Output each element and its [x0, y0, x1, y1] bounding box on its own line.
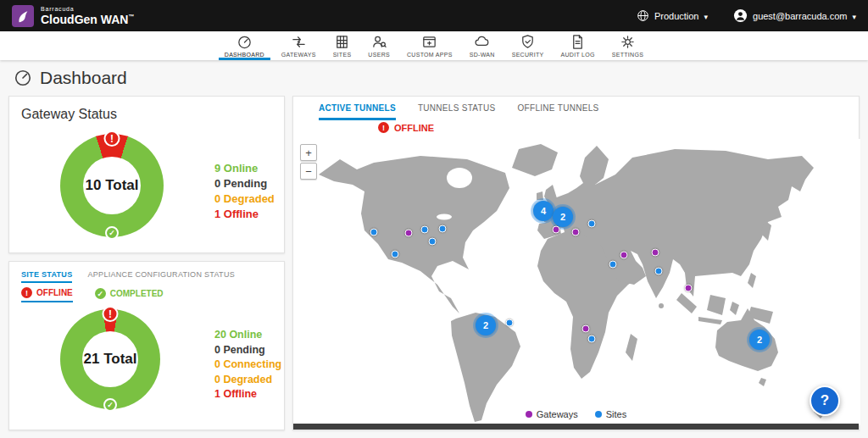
nav-item-sd-wan[interactable]: SD-WAN [464, 31, 501, 60]
map-cluster-marker[interactable]: 2 [553, 207, 573, 227]
legend-offline: 1 Offline [214, 207, 275, 222]
map-zoom-control: + − [300, 144, 317, 180]
topbar: Barracuda CloudGen WAN™ Production guest… [0, 0, 868, 31]
security-shield-icon [520, 34, 536, 50]
zoom-in-button[interactable]: + [300, 144, 317, 161]
gateway-status-title: Gateway Status [21, 107, 117, 122]
chevron-down-icon [704, 11, 708, 21]
nav-label: SECURITY [512, 52, 544, 58]
nav-item-settings[interactable]: SETTINGS [606, 31, 649, 60]
gateway-status-donut: 10 Total [60, 134, 164, 237]
custom-apps-icon [421, 34, 437, 50]
map-cluster-marker[interactable]: 2 [476, 315, 496, 335]
map-site-marker[interactable] [609, 261, 617, 269]
product-name: CloudGen WAN™ [41, 14, 134, 25]
site-total: 21 Total [82, 331, 138, 387]
nav-item-custom-apps[interactable]: CUSTOM APPS [401, 31, 459, 60]
gateway-dot-icon [526, 411, 532, 418]
nav-item-users[interactable]: USERS [362, 31, 396, 60]
nav-label: SETTINGS [612, 52, 643, 58]
map-gateway-marker[interactable] [620, 252, 628, 259]
settings-gear-icon [620, 34, 636, 50]
site-card-filters: OFFLINE COMPLETED [21, 287, 164, 302]
map-gateway-marker[interactable] [582, 325, 590, 333]
map-tabs: ACTIVE TUNNELS TUNNELS STATUS OFFLINE TU… [319, 103, 599, 120]
map-gateway-marker[interactable] [405, 230, 413, 237]
brand-name: Barracuda [41, 6, 134, 12]
site-status-card: SITE STATUS APPLIANCE CONFIGURATION STAT… [8, 261, 285, 430]
site-status-donut: 21 Total [60, 309, 160, 409]
tab-active-tunnels[interactable]: ACTIVE TUNNELS [319, 103, 396, 120]
map-offline-filter[interactable]: OFFLINE [378, 122, 434, 133]
legend-sites: Sites [595, 409, 626, 419]
gateways-icon [291, 34, 307, 50]
map-site-marker[interactable] [655, 268, 663, 275]
nav-label: SITES [333, 52, 352, 58]
nav-label: AUDIT LOG [560, 52, 594, 58]
map-site-marker[interactable] [370, 229, 378, 236]
map-legend: Gateways Sites [293, 409, 859, 419]
globe-icon [637, 9, 649, 22]
help-button[interactable]: ? [810, 385, 840, 416]
tab-offline-tunnels[interactable]: OFFLINE TUNNELS [518, 103, 599, 120]
audit-log-icon [570, 34, 586, 50]
user-avatar-icon [733, 8, 748, 23]
nav-label: DASHBOARD [225, 52, 264, 58]
map-site-marker[interactable] [506, 319, 514, 327]
legend-degraded: 0 Degraded [214, 373, 281, 388]
nav-item-audit-log[interactable]: AUDIT LOG [554, 31, 600, 60]
site-dot-icon [595, 411, 602, 418]
map-gateway-marker[interactable] [572, 229, 580, 236]
offline-alert-icon [378, 122, 389, 133]
site-legend: 20 Online 0 Pending 0 Connecting 0 Degra… [214, 328, 281, 402]
legend-connecting: 0 Connecting [214, 358, 281, 373]
user-menu[interactable]: guest@barracuda.com [733, 8, 856, 23]
map-site-marker[interactable] [588, 335, 596, 343]
legend-degraded: 0 Degraded [214, 191, 275, 207]
map-gateway-marker[interactable] [553, 226, 560, 234]
offline-alert-badge [104, 130, 120, 147]
map-site-marker[interactable] [392, 251, 399, 258]
map-gateway-marker[interactable] [685, 285, 693, 292]
tab-site-status[interactable]: SITE STATUS [21, 270, 72, 283]
environment-selector[interactable]: Production [637, 9, 708, 22]
legend-pending: 0 Pending [214, 343, 281, 358]
nav-label: USERS [368, 52, 390, 58]
filter-completed[interactable]: COMPLETED [95, 287, 164, 302]
chevron-down-icon [852, 11, 856, 21]
environment-label: Production [654, 11, 699, 21]
nav-item-sites[interactable]: SITES [327, 31, 358, 60]
map-site-marker[interactable] [421, 226, 429, 234]
map-gateway-marker[interactable] [652, 249, 659, 257]
nav-label: GATEWAYS [281, 52, 316, 58]
legend-online: 9 Online [214, 161, 275, 176]
page-title-text: Dashboard [40, 68, 127, 88]
map-cluster-marker[interactable]: 4 [533, 201, 554, 221]
nav-item-security[interactable]: SECURITY [506, 31, 550, 60]
nav-item-gateways[interactable]: GATEWAYS [275, 31, 322, 60]
online-check-badge [103, 398, 117, 412]
map-cluster-marker[interactable]: 2 [749, 330, 770, 350]
legend-gateways: Gateways [526, 409, 578, 419]
map-marker-layer: 4222 [293, 139, 860, 425]
filter-offline-label: OFFLINE [36, 288, 73, 297]
barracuda-logo-icon [12, 5, 34, 27]
brand: Barracuda CloudGen WAN™ [12, 5, 134, 27]
map-offline-label: OFFLINE [394, 123, 434, 133]
filter-offline[interactable]: OFFLINE [21, 287, 73, 302]
legend-gateways-label: Gateways [537, 409, 578, 419]
dashboard-icon [236, 34, 253, 50]
site-card-tabs: SITE STATUS APPLIANCE CONFIGURATION STAT… [21, 270, 235, 283]
gateway-legend: 9 Online 0 Pending 0 Degraded 1 Offline [214, 161, 275, 222]
zoom-out-button[interactable]: − [300, 163, 317, 180]
map-site-marker[interactable] [588, 220, 596, 228]
world-map[interactable]: 4222 + − [293, 139, 860, 425]
tab-appliance-configuration-status[interactable]: APPLIANCE CONFIGURATION STATUS [87, 270, 235, 283]
map-site-marker[interactable] [429, 238, 437, 246]
topbar-right: Production guest@barracuda.com [637, 8, 856, 23]
offline-alert-icon [21, 287, 32, 298]
tab-tunnels-status[interactable]: TUNNELS STATUS [418, 103, 496, 120]
map-site-marker[interactable] [439, 225, 447, 233]
nav-item-dashboard[interactable]: DASHBOARD [219, 31, 270, 60]
tunnels-map-card: ACTIVE TUNNELS TUNNELS STATUS OFFLINE TU… [292, 96, 860, 430]
